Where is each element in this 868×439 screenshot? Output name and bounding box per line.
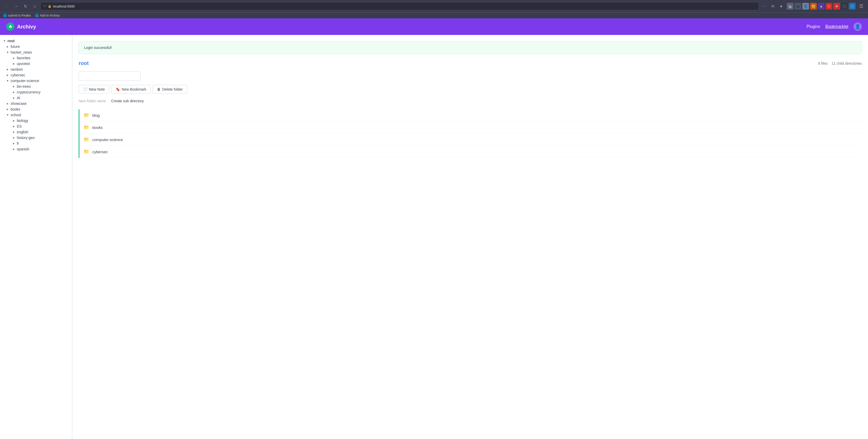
chevron-right-icon: ► (12, 125, 15, 128)
sidebar-item-cryptocurrency[interactable]: ► cryptocurrency (0, 89, 72, 95)
sidebar-item-english[interactable]: ► english (0, 129, 72, 135)
firefox-extension[interactable]: 🐱 (810, 3, 817, 9)
sidebar-item-random[interactable]: ► random (0, 66, 72, 72)
dir-item-name: books (92, 125, 103, 130)
sidebar-item-showcase[interactable]: ► showcase (0, 101, 72, 107)
app-logo[interactable]: ☘ Archivy (6, 23, 36, 31)
action-buttons: 📄 New Note 🔖 New Bookmark 🗑 Delete folde… (79, 85, 862, 94)
pocket-button[interactable]: ✉ (769, 3, 776, 10)
folder-icon: 📁 (84, 124, 89, 130)
browser-chrome: ← → ↻ ⌂ 🛡 🔒 localhost:5000 ⋯ ✉ ★ 📚 ▭ 👤 🐱… (0, 0, 868, 12)
user-icon[interactable]: 👤 (854, 23, 862, 31)
bookmark-findka[interactable]: 🌐 submit to Findka (3, 14, 31, 17)
delete-folder-button[interactable]: 🗑 Delete folder (153, 85, 187, 94)
app-header: ☘ Archivy Plugins Bookmarklet 👤 (0, 19, 868, 35)
alert-message: Login successful! (84, 46, 112, 50)
shield-icon: 🛡 (43, 4, 46, 8)
bookmarks-bar: 🌐 submit to Findka 🌐 Add to Archivy (0, 12, 868, 19)
sidebar-item-biology[interactable]: ► biology (0, 118, 72, 123)
app-nav: Plugins Bookmarklet 👤 (807, 23, 862, 31)
new-bookmark-button[interactable]: 🔖 New Bookmark (111, 85, 151, 94)
folder-title[interactable]: root (79, 60, 89, 66)
plugins-link[interactable]: Plugins (807, 24, 820, 29)
sidebar-item-school[interactable]: ▼ school (0, 112, 72, 118)
profile-extension[interactable]: 👤 (802, 3, 809, 9)
search-input[interactable] (79, 71, 141, 81)
chevron-right-icon: ► (6, 45, 9, 48)
sidebar-item-favorites[interactable]: ► favorites (0, 55, 72, 61)
folder-icon: 📁 (84, 112, 89, 118)
sidebar-item-upvoted[interactable]: ► upvoted (0, 61, 72, 66)
chevron-right-icon: ► (12, 148, 15, 151)
sidebar-item-books[interactable]: ► books (0, 107, 72, 112)
new-note-icon: 📄 (83, 87, 87, 91)
chevron-right-icon: ► (12, 136, 15, 139)
sidebar-item-computer-science[interactable]: ▼ computer-science (0, 78, 72, 84)
trash-icon: 🗑 (157, 87, 161, 91)
dir-item-blog[interactable]: 📁 blog (80, 109, 862, 121)
lock-icon: 🔒 (48, 5, 52, 8)
child-dirs-count: 11 child directories (832, 61, 862, 65)
dir-item-books[interactable]: 📁 books (80, 121, 862, 134)
bookmark-icon: 🔖 (116, 87, 120, 91)
hamburger-menu[interactable]: ☰ (858, 3, 865, 10)
ext2-extension[interactable]: 🔴 (826, 3, 832, 9)
sidebar-item-ai[interactable]: ► AI (0, 95, 72, 101)
dir-item-computer-science[interactable]: 📁 computer-science (80, 134, 862, 146)
sidebar-item-hacker-news[interactable]: ▼ hacker_news (0, 50, 72, 55)
sidebar-item-history-geo[interactable]: ► history-geo (0, 135, 72, 141)
chevron-right-icon: ► (12, 96, 15, 99)
dir-item-cybersec[interactable]: 📁 cybersec (80, 146, 862, 158)
sidebar-item-bin-trees[interactable]: ► bin-trees (0, 84, 72, 89)
sidebar-item-cybersec[interactable]: ► cybersec (0, 72, 72, 78)
sidebar-item-future[interactable]: ► future (0, 44, 72, 50)
sidebar-item-fr[interactable]: ► fr (0, 141, 72, 146)
back-button[interactable]: ← (3, 3, 10, 10)
ext5-extension[interactable]: 🌐 (849, 3, 856, 9)
main-layout: ▼ root ► future ▼ hacker_news ► favorite… (0, 35, 868, 439)
chevron-down-icon: ▼ (6, 113, 9, 116)
dir-item-name: computer-science (92, 138, 123, 142)
chevron-down-icon: ▼ (6, 79, 9, 82)
bookmarklet-link[interactable]: Bookmarklet (825, 24, 848, 29)
chevron-right-icon: ► (6, 102, 9, 105)
url-text: localhost:5000 (53, 4, 75, 8)
ext1-extension[interactable]: ▲ (818, 3, 825, 9)
reload-button[interactable]: ↻ (22, 3, 29, 10)
ext3-extension[interactable]: U (833, 3, 840, 9)
chevron-right-icon: ► (12, 62, 15, 65)
dir-item-name: cybersec (92, 150, 108, 154)
library-extension[interactable]: 📚 (787, 3, 794, 9)
chevron-right-icon: ► (6, 68, 9, 71)
star-button[interactable]: ★ (777, 3, 785, 10)
sidebar-item-spanish[interactable]: ► spanish (0, 146, 72, 152)
sidebar-item-root[interactable]: ▼ root (0, 38, 72, 44)
new-note-button[interactable]: 📄 New Note (79, 85, 109, 94)
ext4-extension[interactable]: ⬛ (841, 3, 848, 9)
directory-listing: 📁 blog 📁 books 📁 computer-science 📁 cybe… (79, 109, 862, 158)
new-folder-row: New folder name Create sub directory (79, 99, 862, 103)
logo-icon: ☘ (6, 23, 14, 31)
browser-action-group: ⋯ ✉ ★ (761, 3, 785, 10)
files-count: 8 files (818, 61, 828, 65)
chevron-down-icon: ▼ (6, 51, 9, 54)
findka-icon: 🌐 (3, 14, 7, 17)
archivy-bookmark-icon: 🌐 (35, 14, 39, 17)
chevron-right-icon: ► (6, 108, 9, 111)
chevron-right-icon: ► (12, 56, 15, 60)
app-name: Archivy (17, 24, 36, 30)
sidebar-item-es[interactable]: ► ES (0, 123, 72, 129)
more-tools-button[interactable]: ⋯ (761, 3, 768, 10)
bookmark-archivy[interactable]: 🌐 Add to Archivy (35, 14, 60, 17)
search-bar (79, 71, 862, 81)
dir-item-name: blog (92, 113, 100, 118)
sidebar-extension[interactable]: ▭ (795, 3, 801, 9)
new-folder-placeholder: New folder name (79, 99, 106, 103)
forward-button[interactable]: → (12, 3, 20, 10)
create-sub-directory-link[interactable]: Create sub directory (111, 99, 144, 103)
chevron-right-icon: ► (12, 142, 15, 145)
extensions-group: 📚 ▭ 👤 🐱 ▲ 🔴 U ⬛ 🌐 (787, 3, 856, 9)
url-bar[interactable]: 🛡 🔒 localhost:5000 (40, 2, 759, 10)
chevron-right-icon: ► (12, 119, 15, 122)
home-button[interactable]: ⌂ (31, 3, 38, 10)
